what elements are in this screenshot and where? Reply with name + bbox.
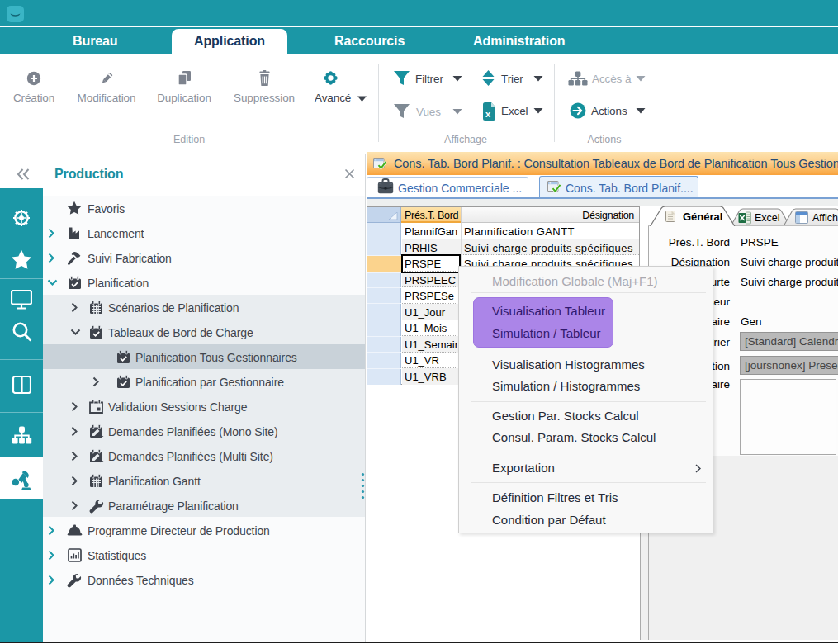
svg-text:x: x	[485, 109, 491, 119]
